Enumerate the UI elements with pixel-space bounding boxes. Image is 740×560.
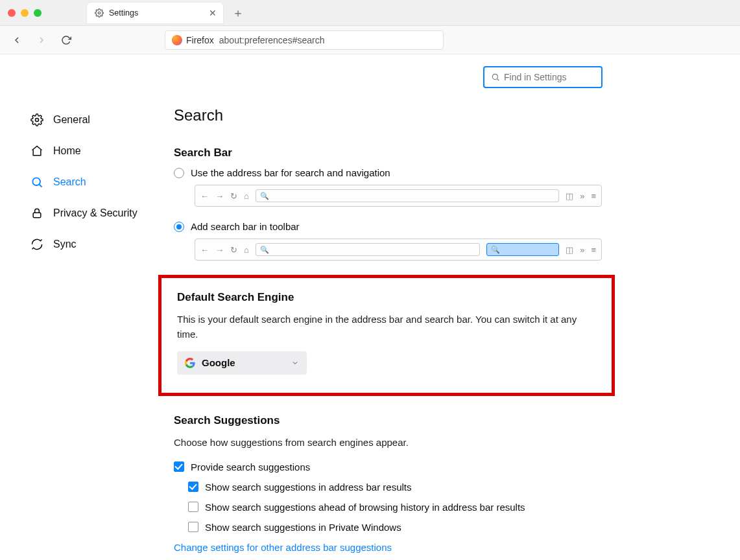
maximize-window-button[interactable] (34, 9, 42, 17)
browser-tab-settings[interactable]: Settings ✕ (87, 3, 223, 23)
preferences-page: General Home Search Privacy & Security S… (0, 54, 740, 560)
checkbox-suggestions-private[interactable]: Show search suggestions in Private Windo… (188, 522, 610, 533)
find-settings-wrap (483, 66, 603, 88)
gear-icon (30, 113, 44, 126)
identity-label: Firefox (186, 35, 214, 45)
google-icon (185, 358, 195, 368)
page-title: Search (174, 106, 610, 124)
url-bar[interactable]: Firefox about:preferences#search (165, 30, 444, 50)
sidebar-item-label: Privacy & Security (53, 207, 137, 219)
highlighted-default-engine-section: Default Search Engine This is your defau… (158, 275, 615, 396)
identity-badge: Firefox (172, 35, 214, 45)
forward-button[interactable] (31, 30, 52, 51)
minimize-window-button[interactable] (21, 9, 29, 17)
titlebar: Settings ✕ ＋ (0, 0, 740, 26)
reload-button[interactable] (56, 30, 77, 51)
svg-rect-4 (33, 213, 41, 218)
checkbox-label: Show search suggestions in address bar r… (205, 482, 412, 493)
sidebar-item-home[interactable]: Home (26, 137, 149, 165)
chevron-down-icon (291, 359, 299, 367)
preview-urlbar: 🔍 (256, 243, 480, 256)
window-controls (8, 9, 42, 17)
radio-icon (174, 168, 184, 178)
new-tab-button[interactable]: ＋ (232, 5, 244, 21)
menu-icon: ≡ (591, 191, 596, 201)
url-text: about:preferences#search (219, 35, 325, 45)
default-engine-label: Google (202, 357, 235, 368)
lock-icon (30, 207, 44, 220)
search-icon: 🔍 (260, 192, 269, 200)
sidebar-icon: ◫ (566, 245, 573, 255)
settings-sidebar: General Home Search Privacy & Security S… (0, 54, 156, 560)
svg-point-3 (32, 178, 40, 185)
svg-point-2 (36, 119, 39, 122)
gear-icon (95, 8, 104, 18)
radio-use-address-bar[interactable]: Use the address bar for search and navig… (174, 167, 610, 178)
menu-icon: ≡ (591, 245, 596, 255)
radio-add-search-bar[interactable]: Add search bar in toolbar (174, 221, 610, 232)
suggestions-description: Choose how suggestions from search engin… (174, 435, 610, 450)
link-change-addressbar-settings[interactable]: Change settings for other address bar su… (174, 542, 392, 553)
checkbox-icon (188, 502, 198, 512)
preview-urlbar: 🔍 (256, 189, 559, 202)
home-icon: ⌂ (244, 245, 249, 255)
back-button[interactable] (6, 30, 27, 51)
preview-searchbar: 🔍 (486, 243, 559, 256)
radio-label: Use the address bar for search and navig… (191, 167, 390, 178)
sidebar-item-search[interactable]: Search (26, 169, 149, 196)
sidebar-item-label: Search (53, 176, 86, 188)
toolbar-preview-separate: ← → ↻ ⌂ 🔍 🔍 ◫ » ≡ (195, 239, 602, 261)
default-engine-description: This is your default search engine in th… (177, 312, 596, 342)
section-search-bar-heading: Search Bar (174, 146, 610, 159)
svg-point-1 (492, 74, 497, 79)
search-icon (491, 73, 500, 82)
nav-toolbar: Firefox about:preferences#search (0, 26, 740, 54)
sidebar-item-general[interactable]: General (26, 106, 149, 134)
search-icon: 🔍 (491, 246, 500, 254)
home-icon (30, 145, 44, 158)
checkbox-label: Show search suggestions in Private Windo… (205, 522, 401, 533)
search-icon: 🔍 (260, 246, 269, 254)
sidebar-item-label: Home (53, 145, 81, 157)
svg-point-0 (98, 12, 101, 14)
default-engine-select[interactable]: Google (177, 351, 307, 375)
close-tab-icon[interactable]: ✕ (209, 8, 217, 18)
sidebar-item-sync[interactable]: Sync (26, 231, 149, 258)
sidebar-item-label: Sync (53, 239, 77, 250)
radio-label: Add search bar in toolbar (191, 221, 300, 232)
checkbox-label: Show search suggestions ahead of browsin… (205, 502, 525, 513)
firefox-icon (172, 35, 182, 45)
arrow-left-icon: ← (200, 191, 209, 201)
arrow-left-icon: ← (200, 245, 209, 255)
reload-icon: ↻ (230, 245, 237, 255)
find-settings-input[interactable] (504, 72, 595, 82)
checkbox-suggestions-ahead-history[interactable]: Show search suggestions ahead of browsin… (188, 502, 610, 513)
section-suggestions-heading: Search Suggestions (174, 414, 610, 427)
section-default-engine-heading: Default Search Engine (177, 291, 596, 304)
sidebar-item-privacy[interactable]: Privacy & Security (26, 200, 149, 227)
find-settings-box[interactable] (483, 66, 603, 88)
checkbox-icon (188, 482, 198, 492)
sidebar-icon: ◫ (566, 191, 573, 201)
arrow-right-icon: → (215, 245, 224, 255)
checkbox-provide-suggestions[interactable]: Provide search suggestions (174, 461, 610, 472)
toolbar-preview-combined: ← → ↻ ⌂ 🔍 ◫ » ≡ (195, 185, 602, 207)
sync-icon (30, 238, 44, 251)
sidebar-item-label: General (53, 114, 90, 126)
overflow-icon: » (580, 245, 584, 255)
reload-icon: ↻ (230, 191, 237, 201)
radio-icon (174, 222, 184, 232)
checkbox-suggestions-addressbar[interactable]: Show search suggestions in address bar r… (188, 482, 610, 493)
checkbox-icon (174, 461, 184, 472)
close-window-button[interactable] (8, 9, 16, 17)
tab-label: Settings (109, 8, 204, 18)
checkbox-icon (188, 522, 198, 532)
search-icon (30, 176, 44, 189)
arrow-right-icon: → (215, 191, 224, 201)
checkbox-label: Provide search suggestions (191, 461, 310, 472)
settings-content: Search Search Bar Use the address bar fo… (156, 54, 610, 560)
home-icon: ⌂ (244, 191, 249, 201)
overflow-icon: » (580, 191, 584, 201)
